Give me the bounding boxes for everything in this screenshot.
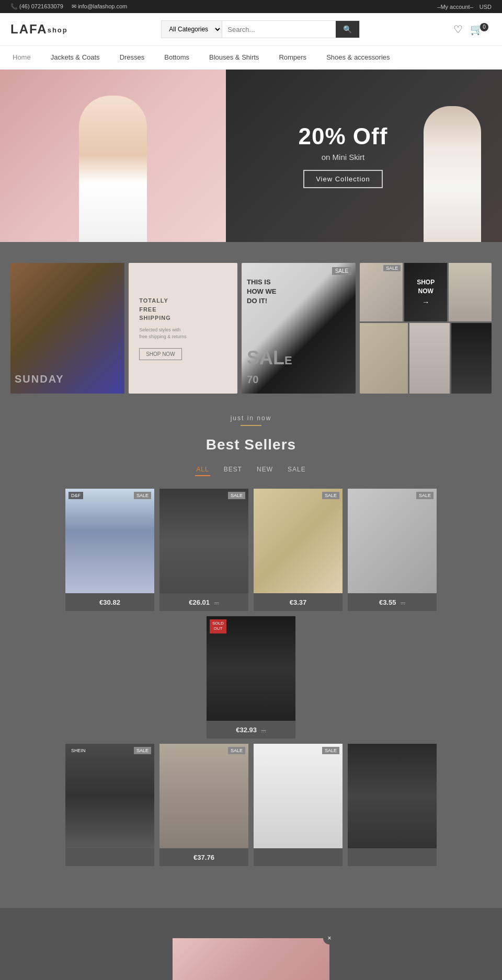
nav-item-rompers[interactable]: Rompers <box>277 46 309 70</box>
product-card-4[interactable]: SALE €3.55 ... <box>348 489 437 611</box>
product-info-8 <box>254 848 343 857</box>
shoe-shop-now[interactable]: SHOPNOW → <box>404 263 447 321</box>
product-info-2: €26.01 ... <box>159 593 248 611</box>
shein-badge-p6: SHEIN <box>69 747 88 754</box>
filter-tabs: ALL BEST NEW SALE <box>21 464 481 476</box>
product-card-5[interactable]: SOLDOUT €32.93 ... <box>207 616 295 739</box>
promo-item-sale70[interactable]: SALE THIS ISHOW WEDO IT! SALE70 <box>242 263 356 394</box>
product-card-1[interactable]: D&F SALE €30.82 <box>65 489 154 611</box>
product-info-9 <box>348 848 437 857</box>
filter-tab-sale[interactable]: SALE <box>287 464 307 476</box>
logo[interactable]: LAFAshop <box>10 22 68 37</box>
hero-discount: 20% Off <box>299 123 388 149</box>
this-is-label: THIS ISHOW WEDO IT! <box>247 278 276 306</box>
sale-badge-p8: SALE <box>322 747 339 754</box>
account-link[interactable]: –My account– <box>437 4 473 10</box>
product-old-price-4: ... <box>401 599 405 606</box>
product-image-7 <box>159 744 248 848</box>
product-old-price-2: ... <box>214 599 219 606</box>
hero-banner: 20% Off on Mini Skirt View Collection <box>0 70 502 242</box>
hero-figure-left <box>79 96 147 242</box>
currency-selector[interactable]: USD <box>480 4 492 10</box>
nav-item-shoes[interactable]: Shoes & accessories <box>324 46 392 70</box>
product-image-1 <box>65 489 154 593</box>
product-image-2 <box>159 489 248 593</box>
just-in-underline <box>241 425 261 426</box>
product-price-2: €26.01 <box>189 598 210 606</box>
phone-info: 📞 (46) 0721633079 <box>10 3 63 10</box>
shoe-img-1: SALE <box>360 263 403 321</box>
freeship-shopnow-button[interactable]: SHOP NOW <box>139 348 181 360</box>
logo-shop: shop <box>48 26 68 34</box>
product-info-5: €32.93 ... <box>207 721 295 739</box>
phone-number: (46) 0721633079 <box>19 3 63 9</box>
product-price-1: €30.82 <box>99 598 120 606</box>
promo-item-shoes: SALE SHOPNOW → <box>360 263 492 394</box>
product-image-4 <box>348 489 437 593</box>
logo-lafa: LAFA <box>10 22 48 36</box>
product-card-2[interactable]: SALE €26.01 ... <box>159 489 248 611</box>
shop-now-arrow: → <box>422 298 429 306</box>
shoe-img-5 <box>451 323 492 394</box>
best-sellers-section: just in now Best Sellers ALL BEST NEW SA… <box>10 414 492 887</box>
best-sellers-title: Best Sellers <box>21 436 481 453</box>
just-in-label: just in now <box>21 414 481 422</box>
shoe-img-2 <box>449 263 492 321</box>
filter-tab-new[interactable]: NEW <box>256 464 274 476</box>
product-image-8 <box>254 744 343 848</box>
filter-tab-best[interactable]: BEST <box>223 464 243 476</box>
sale-badge-p3: SALE <box>322 492 339 499</box>
hero-figure-right <box>424 106 481 242</box>
product-price-3: €3.37 <box>290 598 307 606</box>
hero-cta-button[interactable]: View Collection <box>303 170 383 188</box>
product-card-6[interactable]: SHEIN SALE <box>65 744 154 866</box>
search-icon: 🔍 <box>343 25 352 33</box>
nav-item-bottoms[interactable]: Bottoms <box>162 46 191 70</box>
product-card-9[interactable] <box>348 744 437 866</box>
sale-badge-shoe1: SALE <box>383 265 401 271</box>
promo-item-sunday[interactable]: SUNDAY <box>10 263 124 394</box>
shop-now-label: SHOPNOW <box>417 278 435 296</box>
product-card-8[interactable]: SALE <box>254 744 343 866</box>
freeship-title: TOTALLYFREESHIPPING <box>139 296 171 322</box>
product-image-9 <box>348 744 437 848</box>
hero-text: 20% Off on Mini Skirt View Collection <box>299 123 388 188</box>
mid-section: SUNDAY TOTALLYFREESHIPPING Selected styl… <box>0 242 502 908</box>
product-info-7: €37.76 <box>159 848 248 866</box>
nav-item-dresses[interactable]: Dresses <box>118 46 147 70</box>
product-grid-row2: SHEIN SALE SALE €37.76 SALE <box>21 744 481 866</box>
hero-left <box>0 70 226 242</box>
top-bar-right: –My account– USD <box>437 4 492 10</box>
wishlist-icon[interactable]: ♡ <box>453 23 463 36</box>
nav-item-jackets[interactable]: Jackets & Coats <box>49 46 102 70</box>
promo-item-freeship: TOTALLYFREESHIPPING Selected styles with… <box>129 263 237 394</box>
product-grid-row1: D&F SALE €30.82 SALE €26.01 ... SALE <box>21 489 481 739</box>
product-price-7: €37.76 <box>193 854 214 861</box>
top-bar-left: 📞 (46) 0721633079 ✉ info@lafashop.com <box>10 3 127 10</box>
sale-badge-p7: SALE <box>228 747 245 754</box>
cart-icon[interactable]: 🛒0 <box>470 23 492 36</box>
product-price-4: €3.55 <box>379 598 396 606</box>
product-image-6 <box>65 744 154 848</box>
product-image-3 <box>254 489 343 593</box>
shoe-img-3 <box>360 323 408 394</box>
nav-item-home[interactable]: Home <box>10 46 33 70</box>
shoe-img-4 <box>409 323 450 394</box>
sale-label: SALE70 <box>247 349 292 386</box>
search-bar: All Categories 🔍 <box>161 20 360 38</box>
product-info-6 <box>65 848 154 857</box>
email-info: ✉ info@lafashop.com <box>72 3 127 10</box>
search-button[interactable]: 🔍 <box>336 21 359 38</box>
category-select[interactable]: All Categories <box>162 21 222 38</box>
product-card-3[interactable]: SALE €3.37 <box>254 489 343 611</box>
sale-badge-p2: SALE <box>228 492 245 499</box>
promo-grid: SUNDAY TOTALLYFREESHIPPING Selected styl… <box>10 263 492 394</box>
header: LAFAshop All Categories 🔍 ♡ 🛒0 <box>0 13 502 45</box>
filter-tab-all[interactable]: ALL <box>195 464 210 476</box>
nav-item-blouses[interactable]: Blouses & Shirts <box>207 46 261 70</box>
top-bar: 📞 (46) 0721633079 ✉ info@lafashop.com –M… <box>0 0 502 13</box>
search-input[interactable] <box>222 21 336 38</box>
sale-badge-p4: SALE <box>416 492 433 499</box>
product-card-7[interactable]: SALE €37.76 <box>159 744 248 866</box>
product-old-price-5: ... <box>261 727 266 733</box>
